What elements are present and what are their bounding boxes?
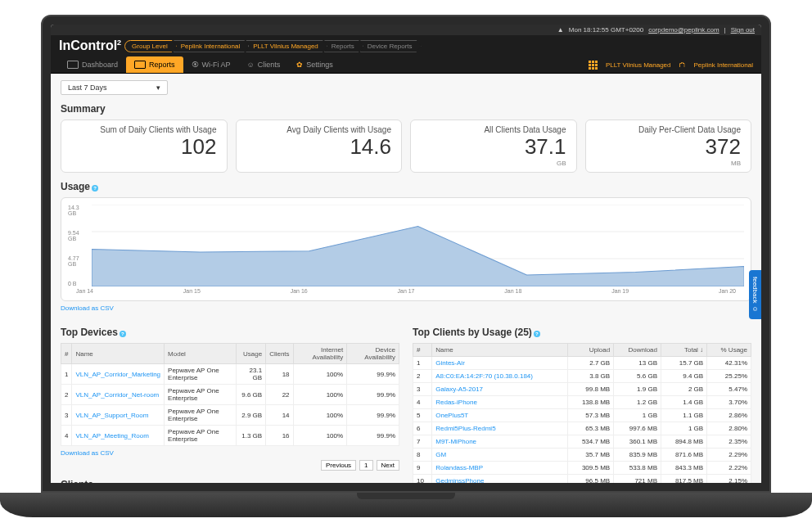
table-cell: 42.31%	[707, 357, 751, 370]
table-cell: 100%	[293, 426, 347, 446]
table-cell: 6	[413, 422, 432, 435]
table-cell: 7	[413, 435, 432, 449]
table-cell[interactable]: Galaxy-A5-2017	[432, 383, 568, 396]
table-cell: 100%	[293, 364, 347, 385]
nav-clients[interactable]: ☺Clients	[239, 56, 289, 73]
download-csv-usage[interactable]: Download as CSV	[61, 304, 114, 312]
table-cell: 360.1 MB	[614, 435, 661, 449]
next-button[interactable]: Next	[377, 460, 399, 471]
download-csv-devices[interactable]: Download as CSV	[61, 449, 114, 457]
crumb-group[interactable]: PLLT Vilnius Managed	[246, 40, 327, 52]
table-header[interactable]: Usage	[236, 344, 265, 364]
table-cell: 2.35%	[707, 435, 751, 449]
nav-settings[interactable]: ✿Settings	[288, 56, 341, 73]
x-axis: Jan 14Jan 15Jan 16Jan 17Jan 18Jan 19Jan …	[68, 288, 744, 294]
table-cell: 843.3 MB	[661, 462, 707, 475]
help-icon[interactable]: ?	[534, 331, 540, 337]
table-header[interactable]: Total ↓	[661, 344, 707, 357]
summary-cards: Sum of Daily Clients with Usage102Avg Da…	[61, 119, 751, 173]
table-cell: 9.6 GB	[236, 385, 265, 405]
table-cell: 894.8 MB	[661, 435, 707, 449]
table-row: 3VLN_AP_Support_RoomPepwave AP One Enter…	[61, 405, 399, 426]
bell-icon: ▲	[557, 26, 564, 34]
card-label: All Clients Data Usage	[421, 125, 566, 134]
table-cell[interactable]: VLN_AP_Corridor_Net-room	[72, 385, 165, 405]
summary-card: Daily Per-Client Data Usage372MB	[585, 119, 752, 173]
table-cell: 2.7 GB	[568, 357, 614, 370]
table-cell: 25.25%	[707, 370, 751, 383]
table-cell[interactable]: OnePlus5T	[432, 409, 568, 422]
top-clients-title: Top Clients by Usage (25)?	[413, 327, 751, 338]
table-cell: 99.9%	[347, 385, 399, 405]
table-cell: 3.8 GB	[568, 370, 614, 383]
table-cell: 1	[413, 357, 432, 370]
table-row: 9Rolandass-MBP309.5 MB533.8 MB843.3 MB2.…	[413, 462, 751, 475]
table-header[interactable]: Clients	[266, 344, 293, 364]
user-link[interactable]: corpdemo@peplink.com	[648, 26, 719, 34]
table-cell: 2.9 GB	[236, 405, 265, 426]
nav-wifi-ap[interactable]: ⦿Wi-Fi AP	[183, 56, 239, 73]
table-cell[interactable]: Redmi5Plus-Redmi5	[432, 422, 568, 435]
table-header[interactable]: Device Availability	[347, 344, 399, 364]
table-header[interactable]: #	[61, 344, 72, 364]
feedback-tab[interactable]: feedback ☺	[749, 270, 761, 319]
nav-reports[interactable]: Reports	[126, 56, 183, 73]
date-range-selector[interactable]: Last 7 Days ▾	[61, 80, 168, 95]
table-cell: 57.3 MB	[568, 409, 614, 422]
card-value: 14.6	[246, 134, 392, 160]
table-header[interactable]: Name	[72, 344, 165, 364]
help-icon[interactable]: ?	[92, 185, 98, 192]
prev-button[interactable]: Previous	[321, 460, 356, 471]
table-cell[interactable]: VLN_AP_Support_Room	[72, 405, 165, 426]
signout-link[interactable]: Sign out	[731, 26, 755, 34]
table-cell: 13 GB	[614, 357, 661, 370]
table-cell: Pepwave AP One Enterprise	[165, 426, 237, 446]
table-cell: 22	[266, 385, 293, 405]
table-cell: 1.3 GB	[236, 426, 265, 446]
table-cell: 16	[266, 426, 293, 446]
table-header[interactable]: Internet Availability	[293, 344, 347, 364]
table-cell[interactable]: M9T-MiPhone	[432, 435, 568, 449]
help-icon[interactable]: ?	[120, 331, 126, 337]
crumb-org[interactable]: Peplink International	[174, 40, 250, 52]
table-cell[interactable]: VLN_AP_Meeting_Room	[72, 426, 165, 446]
table-row: 1Gintes-Air2.7 GB13 GB15.7 GB42.31%	[413, 357, 751, 370]
page-1-button[interactable]: 1	[359, 460, 372, 471]
crumb-group-level[interactable]: Group Level	[124, 40, 177, 52]
table-cell[interactable]: Gintes-Air	[432, 357, 568, 370]
table-header[interactable]: Upload	[568, 344, 614, 357]
crumb-device-reports[interactable]: Device Reports	[360, 40, 422, 52]
datetime: Mon 18:12:55 GMT+0200	[569, 26, 643, 34]
table-header[interactable]: Name	[432, 344, 568, 357]
table-cell: 14	[266, 405, 293, 426]
org-icon: ⛫	[679, 61, 686, 69]
table-header[interactable]: #	[413, 344, 432, 357]
table-cell[interactable]: VLN_AP_Corridor_Marketing	[72, 364, 165, 385]
table-cell: 99.9%	[347, 426, 399, 446]
table-cell: 10	[413, 475, 432, 483]
table-row: 10GedminssPhone96.5 MB721 MB817.5 MB2.15…	[413, 475, 751, 483]
table-cell: 99.9%	[347, 364, 399, 385]
table-cell[interactable]: Rolandass-MBP	[432, 462, 568, 475]
nav-dashboard[interactable]: Dashboard	[59, 56, 126, 73]
crumb-reports[interactable]: Reports	[324, 40, 363, 52]
table-cell: 2.80%	[707, 422, 751, 435]
org-switcher[interactable]: PLLT Vilnius Managed ⛫ Peplink Internati…	[589, 61, 753, 70]
grid-icon	[589, 61, 598, 70]
table-header[interactable]: % Usage	[707, 344, 751, 357]
table-cell[interactable]: A8:C0:EA:14:2F:70 (10.38.0.184)	[432, 370, 568, 383]
table-header[interactable]: Download	[614, 344, 661, 357]
table-cell: 1 GB	[661, 422, 707, 435]
table-header[interactable]: Model	[165, 344, 237, 364]
table-row: 1VLN_AP_Corridor_MarketingPepwave AP One…	[61, 364, 399, 385]
table-cell[interactable]: GedminssPhone	[432, 475, 568, 483]
user-icon: ☺	[247, 61, 255, 69]
table-cell: 721 MB	[614, 475, 661, 483]
card-label: Avg Daily Clients with Usage	[246, 125, 392, 134]
table-cell[interactable]: Redas-iPhone	[432, 396, 568, 409]
table-cell: 309.5 MB	[568, 462, 614, 475]
table-row: 4Redas-iPhone138.8 MB1.2 GB1.4 GB3.70%	[413, 396, 751, 409]
table-cell: 2.15%	[707, 475, 751, 483]
table-cell: 5.6 GB	[614, 370, 661, 383]
table-cell[interactable]: GM	[432, 449, 568, 462]
